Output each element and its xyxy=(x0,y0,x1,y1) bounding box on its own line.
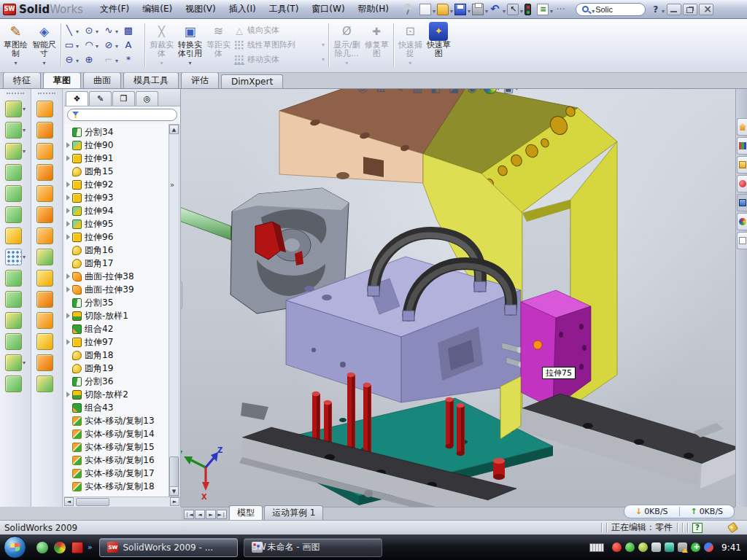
swept-surface-icon[interactable] xyxy=(36,143,53,160)
ribbon-tab[interactable]: 特征 xyxy=(3,72,41,88)
trim-entities-button[interactable]: 剪裁实 体 xyxy=(147,21,176,69)
swept-boss-icon[interactable] xyxy=(5,143,22,160)
menu-item[interactable]: 文件(F) xyxy=(93,1,136,18)
quick-launch-chevron[interactable]: » xyxy=(88,543,92,551)
ribbon-tab[interactable]: 模具工具 xyxy=(123,72,179,88)
start-button[interactable] xyxy=(4,536,26,559)
status-help-icon[interactable]: ? xyxy=(692,523,703,533)
graphics-area[interactable]: Y Z X ◎▾⊞▾✎▾▥▾◧▾◪▾◉▾▾▣▾ 拉伸75 xyxy=(181,89,735,507)
tree-item[interactable]: 曲面-拉伸39 xyxy=(64,283,169,296)
mirror-entities-button[interactable]: 镜向实体 xyxy=(233,23,326,38)
expander-icon[interactable] xyxy=(66,339,71,345)
menu-item[interactable]: 视图(V) xyxy=(179,1,222,18)
tray-health-icon[interactable] xyxy=(691,542,700,552)
tree-item[interactable]: 拉伸90 xyxy=(64,139,169,152)
linear-sketch-pattern-button[interactable]: 线性草图阵列 ▾ xyxy=(233,38,326,52)
menu-item[interactable]: 窗口(W) xyxy=(305,1,351,18)
convert-entities-button[interactable]: 转换实 体引用 xyxy=(176,21,204,69)
open-icon[interactable] xyxy=(437,4,449,15)
model-exploded-view[interactable]: Y Z X xyxy=(181,89,735,507)
taskbar-clock[interactable]: 9:41 xyxy=(721,542,741,553)
dimxpertmanager-tab-icon[interactable]: ◎ xyxy=(136,91,158,106)
tray-volume-icon[interactable] xyxy=(651,542,661,552)
help-caret-icon[interactable] xyxy=(661,2,665,16)
rib-icon[interactable] xyxy=(5,312,22,329)
search-input[interactable] xyxy=(595,5,633,14)
pin-icon[interactable] xyxy=(402,4,414,15)
circle-icon[interactable]: ⊙ xyxy=(83,25,103,36)
offset-surface-icon[interactable] xyxy=(36,249,53,265)
tree-item[interactable]: 拉伸91 xyxy=(64,152,169,165)
replace-face-icon[interactable] xyxy=(36,333,53,350)
arc-icon[interactable]: ◠ xyxy=(83,39,103,50)
draft-icon[interactable] xyxy=(5,333,22,350)
sprue-rod[interactable] xyxy=(181,207,235,241)
taskbar-task-button[interactable]: SW SolidWorks 2009 - ... xyxy=(99,538,238,557)
expander-icon[interactable] xyxy=(66,221,71,227)
design-library-icon[interactable] xyxy=(737,137,747,155)
expander-icon[interactable] xyxy=(66,142,71,148)
tree-item[interactable]: 分割36 xyxy=(64,375,169,388)
expander-icon[interactable] xyxy=(66,234,71,240)
expander-icon[interactable] xyxy=(66,287,71,292)
dropdown-caret-icon[interactable] xyxy=(14,58,17,68)
sketch-settings-icon[interactable] xyxy=(554,4,566,15)
spline-icon[interactable]: ∿ xyxy=(103,25,123,36)
save-icon[interactable] xyxy=(454,4,466,15)
line-icon[interactable]: ╲ xyxy=(63,25,83,36)
close-button[interactable] xyxy=(699,4,713,15)
tree-filter-input[interactable] xyxy=(67,109,177,121)
display-delete-relations-button[interactable]: 显示/删 除几... xyxy=(331,21,363,69)
tree-item[interactable]: 圆角15 xyxy=(64,165,169,178)
polygon-icon[interactable]: ⊕ xyxy=(83,54,103,65)
tree-item[interactable]: 实体-移动/复制16 xyxy=(64,454,169,467)
extend-surface-icon[interactable] xyxy=(36,291,53,308)
tree-item[interactable]: 圆角17 xyxy=(64,257,169,270)
view-palette-icon[interactable] xyxy=(737,194,747,211)
ribbon-tab[interactable]: DimXpert xyxy=(221,74,283,88)
tree-item[interactable]: 实体-移动/复制13 xyxy=(64,414,169,427)
repair-sketch-button[interactable]: 修复草 图 xyxy=(363,21,391,69)
delete-face-icon[interactable] xyxy=(36,312,53,329)
untrim-surface-icon[interactable] xyxy=(36,354,53,371)
expander-icon[interactable] xyxy=(66,273,71,279)
configurationmanager-tab-icon[interactable]: ❒ xyxy=(112,91,135,106)
tree-item[interactable]: 拉伸97 xyxy=(64,335,169,349)
tag-icon[interactable] xyxy=(727,522,738,533)
featuremanager-tab-icon[interactable]: ❖ xyxy=(66,91,88,106)
expander-icon[interactable] xyxy=(66,155,71,161)
quick-launch-ball-icon[interactable] xyxy=(53,540,67,555)
revolved-boss-icon[interactable] xyxy=(5,122,22,139)
expander-icon[interactable] xyxy=(66,313,71,319)
tray-key-manager-icon[interactable] xyxy=(638,542,648,552)
mirror-icon[interactable] xyxy=(5,376,22,392)
help-button[interactable]: ? xyxy=(653,4,658,15)
scroll-up-button[interactable]: ▲ xyxy=(169,125,179,134)
ribbon-tab[interactable]: 草图 xyxy=(43,72,81,88)
menu-item[interactable]: 插入(I) xyxy=(222,1,263,18)
search-box[interactable] xyxy=(576,3,646,16)
next-tab-button[interactable]: ► xyxy=(206,510,216,519)
boundary-surface-icon[interactable] xyxy=(36,185,53,202)
first-tab-button[interactable]: ❘◄ xyxy=(184,510,194,519)
propertymanager-tab-icon[interactable]: ✎ xyxy=(89,91,112,106)
file-explorer-icon[interactable] xyxy=(737,156,747,174)
menu-item[interactable]: 工具(T) xyxy=(263,1,306,18)
thicken-icon[interactable] xyxy=(36,376,53,392)
undo-icon[interactable] xyxy=(489,4,501,15)
tray-wireless-icon[interactable] xyxy=(665,542,674,552)
expander-icon[interactable] xyxy=(66,182,71,187)
extruded-cut-icon[interactable] xyxy=(5,185,22,202)
tray-sync-icon[interactable] xyxy=(704,542,713,552)
model-tab[interactable]: 运动算例 1 xyxy=(264,505,323,520)
tree-horizontal-scrollbar[interactable]: ◄ ► xyxy=(64,497,180,507)
rectangle-icon[interactable]: ▭ xyxy=(63,39,83,50)
quick-snaps-button[interactable]: 快速捕 捉 xyxy=(396,21,425,69)
toolbar-grip[interactable] xyxy=(38,93,55,96)
solidworks-forum-icon[interactable] xyxy=(737,175,747,192)
tree-item[interactable]: 圆角16 xyxy=(64,244,169,257)
minimize-button[interactable] xyxy=(667,4,681,15)
select-icon[interactable] xyxy=(507,4,519,15)
revolved-cut-icon[interactable] xyxy=(5,206,22,223)
fillet-icon[interactable] xyxy=(5,270,22,287)
